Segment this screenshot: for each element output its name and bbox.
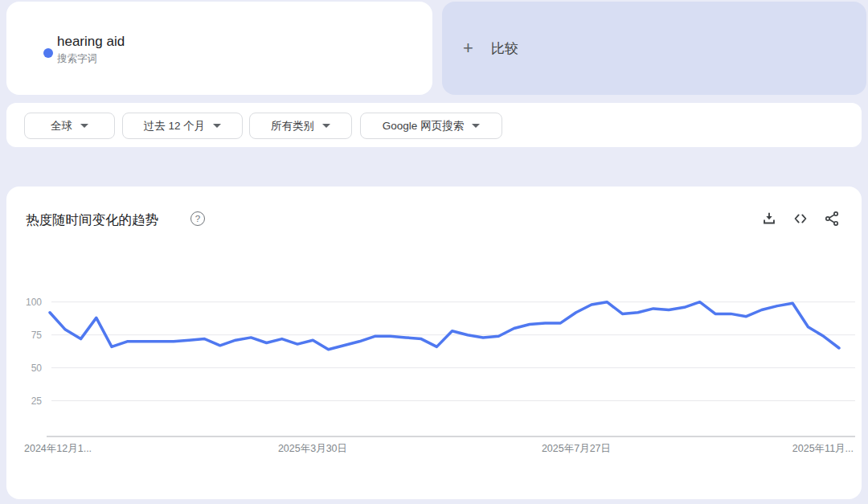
chevron-down-icon bbox=[322, 124, 330, 128]
time-range-filter-dropdown[interactable]: 过去 12 个月 bbox=[122, 113, 243, 139]
interest-over-time-line-chart: 1007550252024年12月1...2025年3月30日2025年7月27… bbox=[6, 186, 862, 499]
svg-text:2025年3月30日: 2025年3月30日 bbox=[278, 443, 347, 454]
search-term-card: hearing aid 搜索字词 bbox=[6, 2, 432, 95]
search-type-filter-label: Google 网页搜索 bbox=[383, 119, 464, 133]
search-term-text: hearing aid bbox=[57, 34, 125, 50]
series-color-dot-icon bbox=[43, 48, 53, 58]
category-filter-label: 所有类别 bbox=[271, 119, 314, 133]
svg-text:100: 100 bbox=[26, 297, 42, 308]
svg-text:50: 50 bbox=[31, 363, 43, 374]
chevron-down-icon bbox=[80, 124, 88, 128]
svg-text:2025年11月...: 2025年11月... bbox=[792, 443, 854, 454]
region-filter-dropdown[interactable]: 全球 bbox=[24, 113, 115, 139]
category-filter-dropdown[interactable]: 所有类别 bbox=[249, 113, 352, 139]
region-filter-label: 全球 bbox=[51, 119, 72, 133]
plus-icon: + bbox=[463, 39, 473, 57]
google-trends-page: hearing aid 搜索字词 + 比较 全球 过去 12 个月 所有类别 G… bbox=[0, 0, 868, 504]
time-range-filter-label: 过去 12 个月 bbox=[144, 119, 206, 133]
search-type-filter-dropdown[interactable]: Google 网页搜索 bbox=[360, 113, 502, 139]
add-comparison-button[interactable]: + 比较 bbox=[442, 2, 866, 95]
chevron-down-icon bbox=[213, 124, 221, 128]
filter-bar: 全球 过去 12 个月 所有类别 Google 网页搜索 bbox=[6, 103, 862, 147]
compare-label: 比较 bbox=[491, 39, 518, 58]
svg-text:2025年7月27日: 2025年7月27日 bbox=[542, 443, 611, 454]
svg-text:2024年12月1...: 2024年12月1... bbox=[24, 443, 92, 454]
chevron-down-icon bbox=[472, 124, 480, 128]
interest-over-time-card: 热度随时间变化的趋势 ? 1007550252024年12月1...2025年3… bbox=[6, 186, 862, 499]
svg-text:25: 25 bbox=[31, 395, 43, 407]
svg-text:75: 75 bbox=[31, 330, 43, 341]
search-term-type-label: 搜索字词 bbox=[57, 52, 97, 66]
